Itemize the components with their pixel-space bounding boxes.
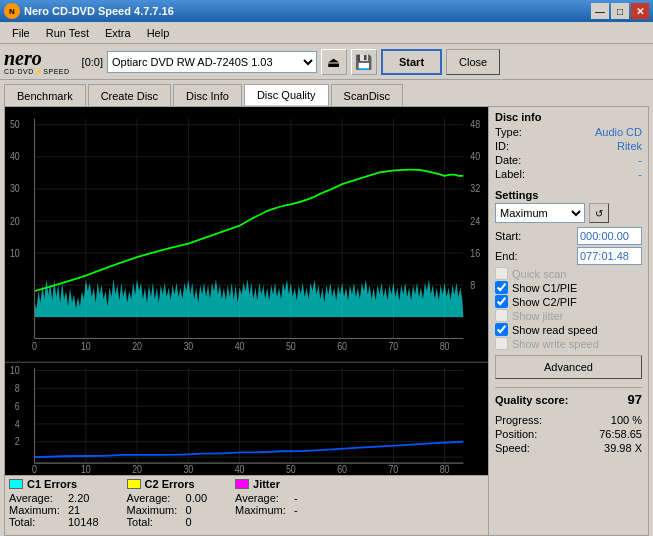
progress-value: 100 %	[611, 414, 642, 426]
svg-text:30: 30	[10, 183, 20, 195]
disc-date-value: -	[638, 154, 642, 166]
menu-extra[interactable]: Extra	[97, 25, 139, 41]
legend-c2: C2 Errors Average: 0.00 Maximum: 0 Total…	[127, 478, 207, 533]
eject-button[interactable]: ⏏	[321, 49, 347, 75]
svg-text:80: 80	[440, 341, 450, 353]
quality-score-section: Quality score: 97	[495, 387, 642, 407]
show-c1-pie-checkbox[interactable]	[495, 281, 508, 294]
tabs-bar: Benchmark Create Disc Disc Info Disc Qua…	[0, 80, 653, 106]
jitter-color-box	[235, 479, 249, 489]
svg-text:30: 30	[183, 341, 193, 353]
svg-text:40: 40	[470, 151, 480, 163]
drive-select[interactable]: Optiarc DVD RW AD-7240S 1.03	[107, 51, 317, 73]
show-c2-pif-row: Show C2/PIF	[495, 295, 642, 308]
svg-text:70: 70	[388, 341, 398, 353]
maximize-button[interactable]: □	[611, 3, 629, 19]
svg-text:20: 20	[132, 463, 142, 475]
window-title: Nero CD-DVD Speed 4.7.7.16	[24, 5, 174, 17]
disc-label-label: Label:	[495, 168, 525, 180]
svg-text:48: 48	[470, 119, 480, 131]
disc-date-label: Date:	[495, 154, 521, 166]
svg-text:10: 10	[81, 463, 91, 475]
c2-total-label: Total:	[127, 516, 182, 528]
svg-text:0: 0	[32, 341, 37, 353]
speed-select[interactable]: Maximum	[495, 203, 585, 223]
c2-max-label: Maximum:	[127, 504, 182, 516]
svg-text:30: 30	[183, 463, 193, 475]
show-read-speed-checkbox[interactable]	[495, 323, 508, 336]
show-c2-pif-label: Show C2/PIF	[512, 296, 577, 308]
save-button[interactable]: 💾	[351, 49, 377, 75]
position-value: 76:58.65	[599, 428, 642, 440]
c2-label: C2 Errors	[145, 478, 195, 490]
close-button[interactable]: Close	[446, 49, 500, 75]
disc-info-section: Disc info Type: Audio CD ID: Ritek Date:…	[495, 111, 642, 181]
disc-label-value: -	[638, 168, 642, 180]
main-chart-svg: 48 40 32 24 16 8 50 40 30 20 10 0 10 20 …	[5, 107, 488, 475]
show-c2-pif-checkbox[interactable]	[495, 295, 508, 308]
progress-label: Progress:	[495, 414, 542, 426]
quick-scan-row: Quick scan	[495, 267, 642, 280]
app-icon: N	[4, 3, 20, 19]
settings-title: Settings	[495, 189, 642, 201]
c1-max-value: 21	[68, 504, 80, 516]
minimize-button[interactable]: —	[591, 3, 609, 19]
c1-avg-value: 2.20	[68, 492, 89, 504]
position-row: Position: 76:58.65	[495, 427, 642, 441]
c1-max-label: Maximum:	[9, 504, 64, 516]
svg-text:16: 16	[470, 247, 480, 259]
tab-disc-quality[interactable]: Disc Quality	[244, 84, 329, 106]
logo-subtitle: CD·DVD⚡SPEED	[4, 68, 70, 76]
c1-label: C1 Errors	[27, 478, 77, 490]
svg-text:24: 24	[470, 215, 480, 227]
show-write-speed-checkbox[interactable]	[495, 337, 508, 350]
svg-text:10: 10	[81, 341, 91, 353]
advanced-button[interactable]: Advanced	[495, 355, 642, 379]
svg-text:0: 0	[32, 463, 37, 475]
position-label: Position:	[495, 428, 537, 440]
progress-row: Progress: 100 %	[495, 413, 642, 427]
settings-refresh-button[interactable]: ↺	[589, 203, 609, 223]
drive-selector: [0:0] Optiarc DVD RW AD-7240S 1.03	[82, 51, 317, 73]
show-jitter-checkbox[interactable]	[495, 309, 508, 322]
disc-info-title: Disc info	[495, 111, 642, 123]
c1-total-label: Total:	[9, 516, 64, 528]
start-time-input[interactable]	[577, 227, 642, 245]
tab-benchmark[interactable]: Benchmark	[4, 84, 86, 106]
svg-text:8: 8	[470, 279, 475, 291]
disc-type-value: Audio CD	[595, 126, 642, 138]
svg-text:50: 50	[286, 341, 296, 353]
nero-logo: nero CD·DVD⚡SPEED	[4, 48, 70, 76]
start-button[interactable]: Start	[381, 49, 442, 75]
svg-text:70: 70	[388, 463, 398, 475]
window-controls: — □ ✕	[591, 3, 649, 19]
disc-id-row: ID: Ritek	[495, 139, 642, 153]
menu-file[interactable]: File	[4, 25, 38, 41]
tab-scan-disc[interactable]: ScanDisc	[331, 84, 403, 106]
show-c1-pie-row: Show C1/PIE	[495, 281, 642, 294]
show-c1-pie-label: Show C1/PIE	[512, 282, 577, 294]
svg-text:2: 2	[15, 436, 20, 448]
disc-id-label: ID:	[495, 140, 509, 152]
end-time-input[interactable]	[577, 247, 642, 265]
quality-score-label: Quality score:	[495, 394, 568, 406]
menu-help[interactable]: Help	[139, 25, 178, 41]
show-write-speed-label: Show write speed	[512, 338, 599, 350]
speed-row-prog: Speed: 39.98 X	[495, 441, 642, 455]
menu-run-test[interactable]: Run Test	[38, 25, 97, 41]
disc-date-row: Date: -	[495, 153, 642, 167]
c2-avg-value: 0.00	[186, 492, 207, 504]
svg-text:50: 50	[286, 463, 296, 475]
close-window-button[interactable]: ✕	[631, 3, 649, 19]
legend-area: C1 Errors Average: 2.20 Maximum: 21 Tota…	[5, 475, 488, 535]
quick-scan-checkbox[interactable]	[495, 267, 508, 280]
c2-avg-label: Average:	[127, 492, 182, 504]
tab-disc-info[interactable]: Disc Info	[173, 84, 242, 106]
tab-create-disc[interactable]: Create Disc	[88, 84, 171, 106]
speed-row: Maximum ↺	[495, 203, 642, 223]
svg-text:10: 10	[10, 364, 20, 376]
disc-label-row: Label: -	[495, 167, 642, 181]
start-time-label: Start:	[495, 230, 521, 242]
svg-text:4: 4	[15, 418, 20, 430]
progress-section: Progress: 100 % Position: 76:58.65 Speed…	[495, 413, 642, 455]
